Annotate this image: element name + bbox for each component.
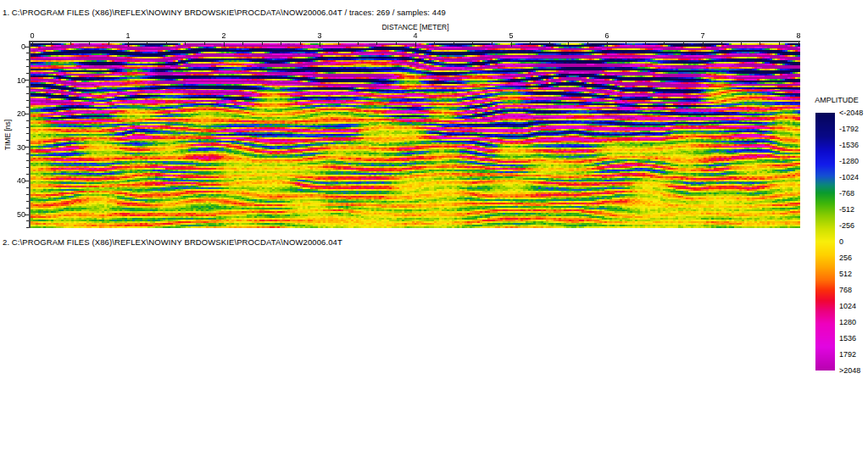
- y-tick-label: 20: [7, 109, 25, 118]
- legend-tick-label: 1536: [839, 334, 868, 343]
- x-minor-tick: [472, 42, 473, 45]
- y-minor-tick: [26, 53, 29, 53]
- y-minor-tick: [26, 153, 29, 154]
- legend-tick-label: -1024: [839, 173, 868, 181]
- x-minor-tick: [204, 42, 205, 45]
- x-major-tick: [320, 42, 320, 47]
- x-minor-tick: [262, 42, 263, 45]
- legend-title: AMPLITUDE: [810, 96, 863, 104]
- x-minor-tick: [108, 42, 109, 45]
- x-tick-label: 5: [502, 31, 520, 40]
- x-major-tick: [703, 42, 704, 47]
- y-minor-tick: [26, 174, 29, 175]
- x-tick-label: 8: [789, 31, 808, 40]
- x-minor-tick: [376, 42, 377, 45]
- x-minor-tick: [779, 42, 780, 45]
- y-minor-tick: [26, 194, 29, 195]
- legend-tick-label: <-2048: [839, 109, 868, 117]
- legend-tick-label: 1024: [839, 302, 868, 310]
- x-minor-tick: [645, 42, 646, 45]
- legend-tick-label: 1792: [839, 350, 868, 359]
- legend-tick-label: -1792: [839, 125, 868, 133]
- x-tick-label: 0: [23, 31, 42, 40]
- legend-tick-label: -256: [839, 221, 868, 230]
- x-minor-tick: [300, 42, 301, 45]
- x-minor-tick: [434, 42, 435, 45]
- x-major-tick: [415, 42, 416, 47]
- x-minor-tick: [626, 42, 626, 45]
- x-minor-tick: [281, 42, 281, 45]
- y-minor-tick: [26, 86, 29, 87]
- y-tick-label: 30: [7, 143, 25, 152]
- legend-tick-label: -512: [839, 205, 868, 214]
- legend-tick-label: >2048: [839, 366, 868, 375]
- legend-tick-label: 768: [839, 286, 868, 294]
- legend-tick-label: 1280: [839, 318, 868, 326]
- x-minor-tick: [242, 42, 243, 45]
- x-major-tick: [607, 42, 608, 47]
- legend-tick-label: -1536: [839, 141, 868, 149]
- x-major-tick: [798, 42, 799, 47]
- file-path-line-1: 1. C:\PROGRAM FILES (X86)\REFLEX\NOWINY …: [3, 8, 446, 17]
- y-tick-label: 0: [7, 42, 25, 51]
- y-minor-tick: [26, 107, 29, 108]
- y-minor-tick: [26, 100, 29, 101]
- y-minor-tick: [26, 59, 29, 60]
- y-tick-label: 50: [7, 210, 25, 219]
- y-minor-tick: [26, 133, 29, 134]
- y-tick-label: 40: [7, 176, 25, 185]
- x-major-tick: [128, 42, 129, 47]
- x-minor-tick: [358, 42, 359, 45]
- x-minor-tick: [587, 42, 588, 45]
- x-tick-label: 2: [214, 31, 233, 40]
- y-tick-label: 10: [7, 76, 25, 85]
- y-minor-tick: [26, 73, 29, 74]
- y-minor-tick: [26, 208, 29, 209]
- x-minor-tick: [664, 42, 665, 45]
- amplitude-colorbar: [815, 113, 835, 370]
- y-minor-tick: [26, 66, 29, 67]
- x-minor-tick: [549, 42, 550, 45]
- y-minor-tick: [26, 220, 29, 221]
- x-minor-tick: [51, 42, 52, 45]
- x-minor-tick: [396, 42, 397, 45]
- legend-tick-label: 512: [839, 270, 868, 278]
- y-minor-tick: [26, 140, 29, 141]
- x-minor-tick: [492, 42, 492, 45]
- x-minor-tick: [760, 42, 760, 45]
- legend-tick-label: -768: [839, 189, 868, 198]
- y-minor-tick: [26, 160, 29, 161]
- x-minor-tick: [721, 42, 722, 45]
- legend-tick-label: -1280: [839, 157, 868, 165]
- y-minor-tick: [26, 93, 29, 94]
- x-minor-tick: [166, 42, 167, 45]
- y-minor-tick: [26, 120, 29, 121]
- y-minor-tick: [26, 127, 29, 128]
- x-major-tick: [32, 42, 33, 47]
- x-minor-tick: [453, 42, 454, 45]
- x-tick-label: 3: [310, 31, 329, 40]
- x-minor-tick: [741, 42, 742, 45]
- x-minor-tick: [683, 42, 684, 45]
- file-path-line-2: 2. C:\PROGRAM FILES (X86)\REFLEX\NOWINY …: [3, 237, 342, 247]
- legend-tick-label: 0: [839, 237, 868, 246]
- x-minor-tick: [530, 42, 531, 45]
- y-minor-tick: [26, 201, 29, 202]
- y-minor-tick: [26, 167, 29, 168]
- x-tick-label: 4: [406, 31, 425, 40]
- x-tick-label: 6: [598, 31, 616, 40]
- x-minor-tick: [185, 42, 186, 45]
- x-minor-tick: [70, 42, 71, 45]
- distance-axis-title: DISTANCE [METER]: [31, 23, 800, 31]
- x-major-tick: [224, 42, 225, 47]
- x-minor-tick: [89, 42, 90, 45]
- x-major-tick: [511, 42, 512, 47]
- radargram-heatmap[interactable]: [31, 43, 800, 228]
- x-minor-tick: [568, 42, 569, 45]
- x-minor-tick: [147, 42, 147, 45]
- legend-tick-label: 256: [839, 254, 868, 262]
- x-tick-label: 1: [119, 31, 137, 40]
- x-tick-label: 7: [693, 31, 712, 40]
- y-minor-tick: [26, 187, 29, 188]
- x-minor-tick: [338, 42, 339, 45]
